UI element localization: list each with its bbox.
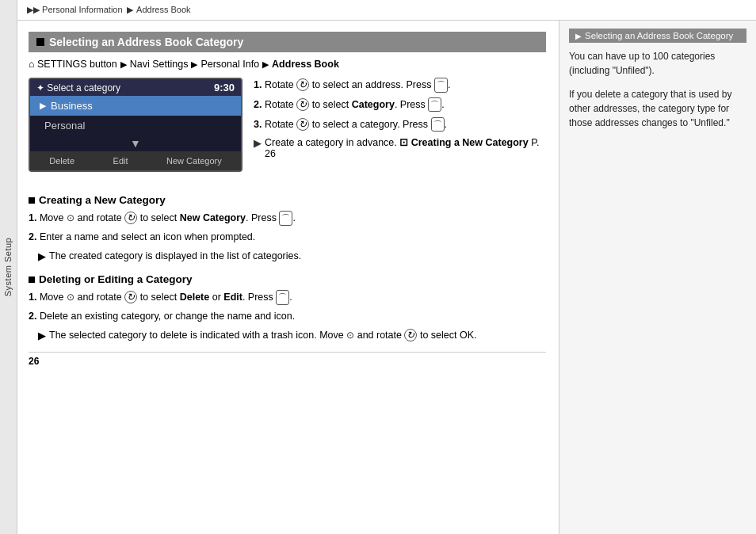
screen-edit-btn: Edit bbox=[107, 154, 135, 167]
ok-bold: OK bbox=[460, 330, 474, 341]
breadcrumb-address: Address Book bbox=[136, 5, 190, 14]
nav-navi-settings: Navi Settings bbox=[130, 59, 189, 70]
breadcrumb-arrows: ▶▶ bbox=[27, 5, 40, 14]
press-icon-1: ⌒ bbox=[434, 78, 448, 93]
rotate-icon-c1: ↻ bbox=[124, 212, 137, 224]
move-icon-3: ⊙ bbox=[346, 328, 354, 342]
rotate-icon-d2: ↻ bbox=[404, 329, 417, 341]
step-2-num: 2. bbox=[254, 99, 262, 110]
creating-step-2-num: 2. bbox=[29, 231, 36, 242]
deleting-step-1: 1. Move ⊙ and rotate ↻ to select Delete … bbox=[29, 290, 546, 305]
nav-address-book: Address Book bbox=[272, 59, 339, 70]
section-header-icon bbox=[36, 38, 44, 46]
move-icon-2: ⊙ bbox=[67, 290, 74, 304]
screen-list: ▶ Business Personal ▼ bbox=[30, 96, 241, 151]
step-note-text: Create a category in advance. ⊡ Creating… bbox=[265, 136, 546, 159]
left-column: Selecting an Address Book Category ⌂ SET… bbox=[17, 21, 559, 534]
creating-step-1-num: 1. bbox=[29, 212, 36, 223]
step-3: 3. Rotate ↻ to select a category. Press … bbox=[254, 117, 546, 132]
creating-step-2: 2. Enter a name and select an icon when … bbox=[29, 230, 546, 245]
personal-label: Personal bbox=[44, 120, 85, 132]
right-note-2: If you delete a category that is used by… bbox=[569, 87, 746, 130]
section-header-title: Selecting an Address Book Category bbox=[49, 36, 243, 48]
deleting-section-header: Deleting or Editing a Category bbox=[29, 273, 546, 285]
nav-path: ⌂ SETTINGS button ▶ Navi Settings ▶ Pers… bbox=[29, 59, 546, 70]
steps-area: ✦ Select a category 9:30 ▶ Business Pers… bbox=[29, 78, 546, 183]
step-note: ▶ Create a category in advance. ⊡ Creati… bbox=[254, 136, 546, 159]
step-3-num: 3. bbox=[254, 119, 262, 130]
deleting-note-text: The selected category to delete is indic… bbox=[49, 328, 477, 343]
screen-item-personal: Personal bbox=[30, 116, 241, 135]
category-bold: Category bbox=[352, 99, 395, 110]
scroll-indicator: ▼ bbox=[30, 135, 241, 151]
right-header-title: Selecting an Address Book Category bbox=[585, 31, 733, 40]
deleting-step-2-num: 2. bbox=[29, 311, 36, 322]
right-header-arrow: ▶ bbox=[575, 32, 582, 40]
step-2: 2. Rotate ↻ to select Category. Press ⌒. bbox=[254, 97, 546, 113]
screen-content: ▶ Business Personal ▼ bbox=[30, 96, 241, 151]
screen-time: 9:30 bbox=[214, 82, 235, 93]
sidebar: System Setup bbox=[0, 0, 17, 534]
rotate-icon-3: ↻ bbox=[296, 118, 309, 131]
press-icon-d1: ⌒ bbox=[276, 290, 289, 305]
screen-top-bar: ✦ Select a category 9:30 bbox=[30, 79, 241, 96]
creating-header-icon bbox=[29, 197, 35, 204]
breadcrumb-arrow1: ▶ bbox=[127, 5, 133, 14]
right-header: ▶ Selecting an Address Book Category bbox=[569, 29, 746, 43]
step-1: 1. Rotate ↻ to select an address. Press … bbox=[254, 78, 546, 93]
creating-note: ▶ The created category is displayed in t… bbox=[38, 249, 546, 265]
press-icon-3: ⌒ bbox=[431, 117, 445, 132]
delete-bold: Delete bbox=[180, 292, 210, 303]
move-icon-1: ⊙ bbox=[67, 211, 74, 225]
creating-step-1: 1. Move ⊙ and rotate ↻ to select New Cat… bbox=[29, 211, 546, 226]
creating-section-header: Creating a New Category bbox=[29, 194, 546, 206]
creating-note-arrow: ▶ bbox=[38, 250, 46, 265]
breadcrumb: ▶▶ Personal Information ▶ Address Book bbox=[17, 0, 756, 21]
scroll-arrow-icon: ▼ bbox=[130, 137, 141, 150]
nav-arrow3: ▶ bbox=[262, 59, 269, 70]
steps-list: 1. Rotate ↻ to select an address. Press … bbox=[254, 78, 546, 183]
deleting-note: ▶ The selected category to delete is ind… bbox=[38, 328, 546, 344]
screen-mockup: ✦ Select a category 9:30 ▶ Business Pers… bbox=[29, 78, 242, 172]
deleting-step-2: 2. Delete an existing category, or chang… bbox=[29, 309, 546, 324]
deleting-step-1-num: 1. bbox=[29, 292, 36, 303]
screen-bottom-nav: Delete Edit New Category bbox=[30, 151, 241, 170]
new-category-bold: New Category bbox=[180, 212, 246, 223]
right-note-1: You can have up to 100 categories (inclu… bbox=[569, 49, 746, 78]
rotate-icon-1: ↻ bbox=[296, 78, 309, 91]
business-label: Business bbox=[51, 100, 93, 112]
rotate-icon-d1: ↻ bbox=[124, 291, 137, 303]
screen-title: ✦ Select a category bbox=[36, 82, 120, 93]
right-column: ▶ Selecting an Address Book Category You… bbox=[559, 21, 756, 534]
creating-section: Creating a New Category 1. Move ⊙ and ro… bbox=[29, 194, 546, 264]
page-number: 26 bbox=[29, 352, 546, 367]
nav-settings: ⌂ SETTINGS button bbox=[29, 59, 117, 70]
rotate-icon-2: ↻ bbox=[296, 98, 309, 111]
creating-header-title: Creating a New Category bbox=[39, 194, 166, 206]
nav-arrow1: ▶ bbox=[120, 59, 127, 70]
deleting-header-title: Deleting or Editing a Category bbox=[39, 273, 193, 285]
deleting-section: Deleting or Editing a Category 1. Move ⊙… bbox=[29, 273, 546, 343]
content-area: Selecting an Address Book Category ⌂ SET… bbox=[17, 21, 756, 534]
main-content: ▶▶ Personal Information ▶ Address Book S… bbox=[17, 0, 756, 534]
nav-arrow2: ▶ bbox=[191, 59, 197, 70]
screen-delete-btn: Delete bbox=[43, 154, 81, 167]
sidebar-label: System Setup bbox=[4, 238, 13, 296]
step-1-num: 1. bbox=[254, 79, 262, 90]
deleting-header-icon bbox=[29, 277, 35, 283]
breadcrumb-personal: Personal Information bbox=[42, 5, 123, 14]
creating-note-text: The created category is displayed in the… bbox=[49, 249, 301, 264]
screen-new-category-btn: New Category bbox=[160, 154, 228, 167]
press-icon-2: ⌒ bbox=[428, 97, 441, 113]
business-icon: ▶ bbox=[40, 101, 46, 111]
deleting-note-arrow: ▶ bbox=[38, 329, 46, 344]
section-header: Selecting an Address Book Category bbox=[29, 32, 546, 52]
edit-bold: Edit bbox=[223, 292, 242, 303]
screen-item-business: ▶ Business bbox=[30, 96, 241, 116]
nav-personal-info: Personal Info bbox=[200, 59, 259, 70]
creating-link: ⊡ Creating a New Category bbox=[399, 137, 528, 148]
press-icon-c1: ⌒ bbox=[279, 211, 292, 226]
step-note-arrow: ▶ bbox=[254, 137, 262, 149]
